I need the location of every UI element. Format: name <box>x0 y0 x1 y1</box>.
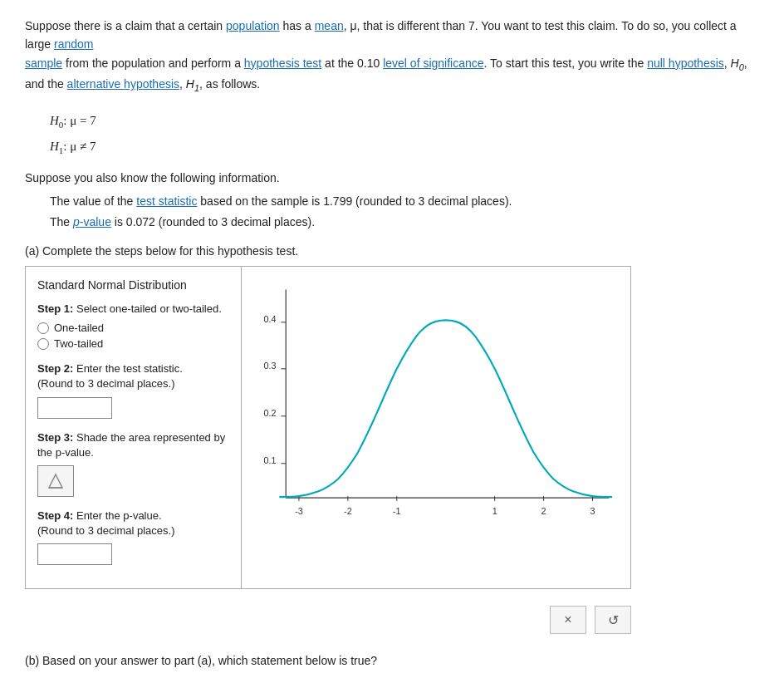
svg-text:-1: -1 <box>393 506 401 516</box>
undo-button[interactable]: ↺ <box>595 606 631 634</box>
pvalue-link[interactable]: p-value <box>73 215 111 228</box>
pvalue-input[interactable] <box>37 543 112 565</box>
info-block: The value of the test statistic based on… <box>50 191 759 233</box>
shade-icon <box>47 472 65 490</box>
svg-text:0.4: 0.4 <box>263 314 276 324</box>
h0-line: H0: μ = 7 <box>50 108 759 134</box>
two-tailed-label: Two-tailed <box>54 337 103 350</box>
intro-paragraph: Suppose there is a claim that a certain … <box>25 17 759 96</box>
step3-label: Step 3: Shade the area represented by th… <box>37 430 229 460</box>
widget-action-buttons: × ↺ <box>25 606 631 634</box>
level-of-significance-link[interactable]: level of significance <box>383 56 483 70</box>
random-sample-link[interactable]: randomsample <box>25 37 94 69</box>
two-tailed-radio[interactable] <box>37 338 49 350</box>
test-statistic-input[interactable] <box>37 397 112 419</box>
step3-num: Step 3: <box>37 431 73 444</box>
svg-text:-3: -3 <box>295 506 303 516</box>
alternative-hypothesis-link[interactable]: alternative hypothesis <box>67 77 179 91</box>
part-b-label: (b) Based on your answer to part (a), wh… <box>25 654 759 667</box>
step2-num: Step 2: <box>37 362 73 375</box>
step4-label: Step 4: Enter the p-value. (Round to 3 d… <box>37 508 229 538</box>
normal-distribution-chart: 0.4 0.3 0.2 0.1 -3 -2 -1 1 2 3 <box>250 275 617 541</box>
svg-marker-0 <box>49 474 62 488</box>
one-tailed-label: One-tailed <box>54 322 104 334</box>
population-link[interactable]: population <box>226 19 280 32</box>
part-a-label: (a) Complete the steps below for this hy… <box>25 244 759 258</box>
step2-sub: (Round to 3 decimal places.) <box>37 377 174 390</box>
step4-text: Enter the p-value. <box>73 509 161 522</box>
step3-sub: the p-value. <box>37 446 94 459</box>
clear-button[interactable]: × <box>550 606 586 634</box>
two-tailed-option[interactable]: Two-tailed <box>37 337 229 350</box>
svg-text:-2: -2 <box>344 506 352 516</box>
step1-radio-group: One-tailed Two-tailed <box>37 322 229 350</box>
hypothesis-test-link[interactable]: hypothesis test <box>244 56 321 70</box>
test-stat-info: The value of the test statistic based on… <box>50 191 759 212</box>
hypothesis-widget: Standard Normal Distribution Step 1: Sel… <box>25 266 631 589</box>
left-panel: Standard Normal Distribution Step 1: Sel… <box>26 267 242 588</box>
one-tailed-radio[interactable] <box>37 322 49 334</box>
step1-text: Select one-tailed or two-tailed. <box>73 302 221 315</box>
step1-num: Step 1: <box>37 302 73 315</box>
part-b-section: (b) Based on your answer to part (a), wh… <box>25 654 759 678</box>
step4-num: Step 4: <box>37 509 73 522</box>
null-hypothesis-link[interactable]: null hypothesis <box>647 56 724 70</box>
hypotheses-block: H0: μ = 7 H1: μ ≠ 7 <box>50 108 759 160</box>
shade-button[interactable] <box>37 465 74 497</box>
step1-label: Step 1: Select one-tailed or two-tailed. <box>37 302 229 317</box>
svg-text:1: 1 <box>492 506 497 516</box>
svg-text:2: 2 <box>541 506 546 516</box>
svg-text:3: 3 <box>590 506 595 516</box>
step4-sub: (Round to 3 decimal places.) <box>37 524 174 537</box>
step2-label: Step 2: Enter the test statistic. (Round… <box>37 361 229 391</box>
svg-text:0.2: 0.2 <box>263 408 276 418</box>
pvalue-info: The p-value is 0.072 (rounded to 3 decim… <box>50 212 759 233</box>
right-panel: 0.4 0.3 0.2 0.1 -3 -2 -1 1 2 3 <box>242 267 630 588</box>
suppose-heading: Suppose you also know the following info… <box>25 171 759 184</box>
one-tailed-option[interactable]: One-tailed <box>37 322 229 334</box>
mean-link[interactable]: mean <box>315 19 344 32</box>
step3-text: Shade the area represented by <box>73 431 225 444</box>
step2-text: Enter the test statistic. <box>73 362 183 375</box>
test-statistic-link[interactable]: test statistic <box>136 194 197 208</box>
svg-text:0.1: 0.1 <box>263 455 276 465</box>
widget-title: Standard Normal Distribution <box>37 278 229 292</box>
h1-line: H1: μ ≠ 7 <box>50 134 759 160</box>
svg-text:0.3: 0.3 <box>263 361 276 371</box>
